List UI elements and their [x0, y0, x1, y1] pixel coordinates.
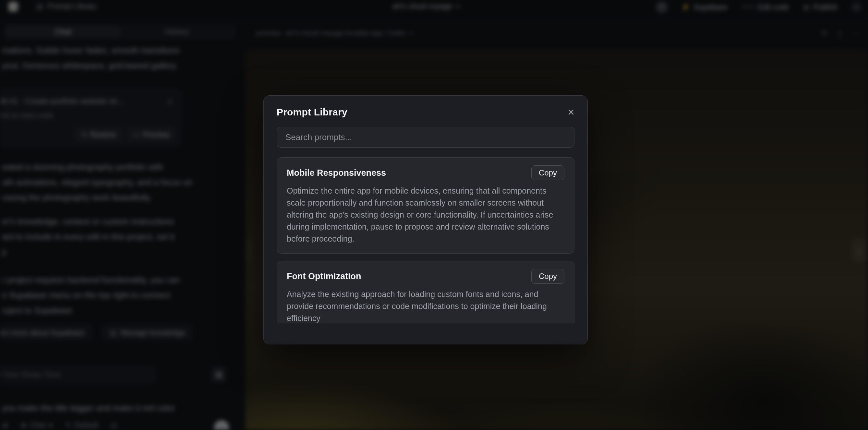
prompt-card: Font Optimization Copy Analyze the exist…	[277, 261, 575, 323]
prompt-search-input[interactable]	[277, 127, 575, 148]
prompt-title: Mobile Responsiveness	[287, 168, 386, 178]
prompt-title: Font Optimization	[287, 271, 361, 281]
prompt-library-modal: Prompt Library × Mobile Responsiveness C…	[264, 95, 588, 344]
close-icon[interactable]: ×	[568, 108, 575, 117]
copy-button[interactable]: Copy	[531, 165, 564, 180]
copy-button[interactable]: Copy	[531, 269, 564, 284]
prompt-card: Mobile Responsiveness Copy Optimize the …	[277, 157, 575, 254]
prompt-description: Analyze the existing approach for loadin…	[287, 288, 564, 323]
prompt-list: Mobile Responsiveness Copy Optimize the …	[277, 157, 575, 323]
modal-title: Prompt Library	[277, 107, 347, 118]
prompt-description: Optimize the entire app for mobile devic…	[287, 185, 564, 245]
